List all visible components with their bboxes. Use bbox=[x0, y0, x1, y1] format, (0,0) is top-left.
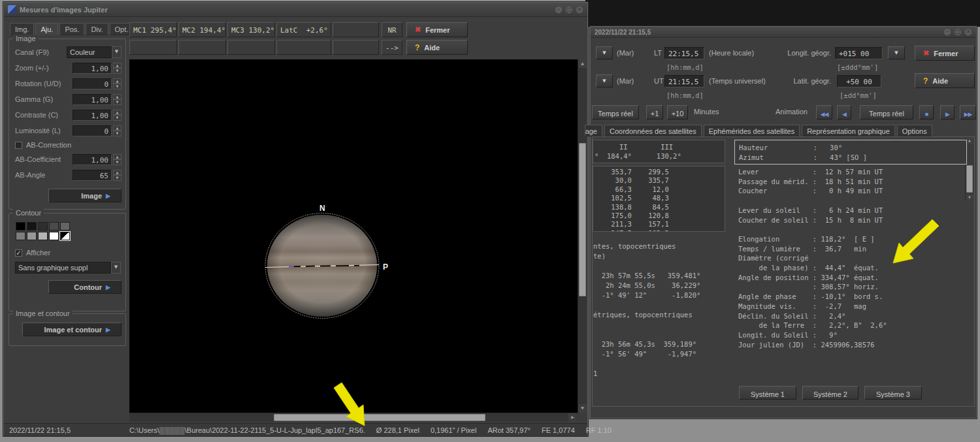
tab-pos[interactable]: Pos. bbox=[59, 23, 84, 35]
contour-color-swatch[interactable] bbox=[49, 222, 59, 230]
contour-color-swatch[interactable] bbox=[38, 222, 48, 230]
tab-representation-graphique[interactable]: Représentation graphique bbox=[802, 125, 895, 136]
rewind-icon[interactable]: ◀◀ bbox=[816, 105, 832, 119]
aide-button[interactable]: ? Aide bbox=[915, 73, 975, 88]
contraste-input[interactable]: 1,00 bbox=[73, 110, 112, 121]
fermer-button[interactable]: ✖ Fermer bbox=[915, 46, 975, 61]
zoom-stepper[interactable]: ▲▼ bbox=[113, 63, 122, 74]
canal-row: Canal (F9) Couleur ▼ bbox=[9, 44, 125, 60]
stop-icon[interactable]: ■ bbox=[919, 105, 934, 119]
satellite-coordinates-text: ntes, topocentriques te) 23h 57m 55,5s 3… bbox=[593, 242, 732, 379]
graphique-dropdown[interactable]: Sans graphique suppl ▼ bbox=[15, 262, 121, 274]
vertical-scrollbar[interactable]: ▲ ▼ bbox=[578, 59, 587, 413]
tab-aju[interactable]: Aju. bbox=[35, 23, 58, 35]
maximize-icon[interactable]: □ bbox=[954, 28, 962, 36]
plus-ten-button[interactable]: +10 bbox=[667, 105, 688, 119]
tab-coordonnees-satellites[interactable]: Coordonnées des satellites bbox=[604, 125, 702, 136]
ab-correction-checkbox[interactable] bbox=[15, 142, 22, 149]
ab-coefficient-stepper[interactable]: ▲▼ bbox=[113, 154, 122, 165]
tab-image[interactable]: mage bbox=[585, 125, 602, 136]
zoom-input[interactable]: 1,00 bbox=[73, 63, 112, 74]
contour-color-swatch[interactable] bbox=[38, 232, 48, 240]
contraste-stepper[interactable]: ▲▼ bbox=[113, 110, 122, 121]
contour-button[interactable]: Contour ▶ bbox=[48, 280, 122, 294]
ab-angle-label: AB-Angle bbox=[15, 171, 73, 179]
horizontal-scrollbar[interactable]: ▶ bbox=[129, 413, 578, 422]
ab-coefficient-row: AB-Coefficient 1,00 ▲▼ bbox=[9, 151, 125, 167]
lt-input[interactable]: 22:15,5 bbox=[664, 47, 704, 59]
graphique-dropdown-value[interactable]: Sans graphique suppl bbox=[15, 262, 111, 274]
minimize-icon[interactable]: – bbox=[943, 28, 951, 36]
ut-input[interactable]: 21:15,5 bbox=[664, 75, 704, 87]
rotation-stepper[interactable]: ▲▼ bbox=[113, 78, 122, 89]
mc3-cell: MC3 130,2° bbox=[227, 22, 275, 37]
chevron-down-icon[interactable]: ▼ bbox=[112, 46, 122, 58]
latitude-label: Latit. géogr. bbox=[774, 77, 831, 85]
ab-angle-stepper[interactable]: ▲▼ bbox=[113, 170, 122, 181]
longitude-dropdown-button[interactable]: ▼ bbox=[888, 46, 905, 59]
tab-img[interactable]: Img. bbox=[10, 23, 34, 35]
play-icon[interactable]: ▶ bbox=[940, 105, 955, 119]
afficher-checkbox[interactable]: ✓ bbox=[15, 249, 22, 257]
close-icon[interactable]: × bbox=[964, 28, 972, 36]
rotation-input[interactable]: 0 bbox=[73, 78, 112, 89]
scroll-right-icon[interactable]: ▶ bbox=[568, 413, 577, 422]
gamma-stepper[interactable]: ▲▼ bbox=[113, 94, 122, 105]
temps-reel-button[interactable]: Temps réel bbox=[592, 105, 639, 119]
contour-color-swatch[interactable] bbox=[27, 222, 37, 230]
tab-div[interactable]: Div. bbox=[86, 23, 108, 35]
longitude-input[interactable]: +015 00 bbox=[835, 47, 883, 59]
contour-color-swatch[interactable] bbox=[27, 232, 37, 240]
horizontal-scrollbar-thumb[interactable] bbox=[274, 414, 485, 421]
tab-ephemerides-satellites[interactable]: Ephémérides des satellites bbox=[704, 125, 800, 136]
temps-reel-animation-button[interactable]: Temps réel bbox=[860, 105, 913, 119]
luminosite-stepper[interactable]: ▲▼ bbox=[113, 125, 122, 136]
canal-dropdown[interactable]: Couleur ▼ bbox=[67, 46, 122, 58]
contour-color-swatch[interactable] bbox=[16, 232, 25, 240]
maximize-icon[interactable]: □ bbox=[565, 6, 573, 14]
fast-forward-icon[interactable]: ▶▶ bbox=[960, 105, 976, 119]
date-dropdown-button[interactable]: ▼ bbox=[596, 74, 613, 87]
date-dropdown-button[interactable]: ▼ bbox=[596, 46, 613, 59]
image-canvas[interactable]: N P bbox=[129, 59, 578, 413]
empty-cell bbox=[333, 22, 379, 37]
minimize-icon[interactable]: – bbox=[555, 6, 563, 14]
left-titlebar[interactable]: Mesures d'images Jupiter – □ × bbox=[4, 3, 587, 17]
fermer-button[interactable]: ✖ Fermer bbox=[406, 22, 468, 37]
close-icon[interactable]: × bbox=[576, 6, 583, 14]
canal-value[interactable]: Couleur bbox=[67, 46, 112, 58]
tab-options[interactable]: Options bbox=[897, 125, 932, 136]
ab-angle-input[interactable]: 65 bbox=[73, 170, 112, 181]
scroll-up-icon[interactable]: ▲ bbox=[578, 59, 587, 68]
latitude-input[interactable]: +50 00 bbox=[837, 75, 881, 87]
fermer-label: Fermer bbox=[425, 26, 449, 34]
contour-color-swatch[interactable] bbox=[16, 222, 25, 230]
contraste-label: Contraste (C) bbox=[15, 111, 73, 119]
right-titlebar[interactable]: 2022/11/22 21:15,5 – □ × bbox=[591, 27, 976, 38]
luminosite-input[interactable]: 0 bbox=[73, 125, 112, 136]
step-back-icon[interactable]: ◀ bbox=[837, 105, 851, 119]
vertical-scrollbar-thumb[interactable] bbox=[579, 143, 586, 296]
contour-color-swatch[interactable] bbox=[60, 232, 70, 240]
aide-button[interactable]: ? Aide bbox=[406, 40, 468, 55]
close-x-icon: ✖ bbox=[415, 25, 421, 34]
image-button[interactable]: Image ▶ bbox=[48, 189, 122, 202]
longitude-label: Longit. géogr. bbox=[774, 49, 831, 57]
contour-color-swatch[interactable] bbox=[60, 222, 70, 230]
nr-button[interactable]: NR bbox=[382, 22, 402, 37]
ab-coefficient-input[interactable]: 1,00 bbox=[73, 154, 112, 165]
gamma-input[interactable]: 1,00 bbox=[73, 94, 112, 105]
status-fe: FE 1,0774 bbox=[542, 426, 575, 434]
image-contour-button[interactable]: Image et contour ▶ bbox=[22, 323, 122, 336]
contour-color-swatch[interactable] bbox=[49, 232, 59, 240]
systeme-1-button[interactable]: Système 1 bbox=[739, 386, 796, 400]
plus-one-button[interactable]: +1 bbox=[646, 105, 663, 119]
chevron-down-icon[interactable]: ▼ bbox=[111, 262, 121, 274]
central-meridian-header: II III ° 184,4° 130,2° bbox=[593, 140, 725, 163]
scroll-down-icon[interactable]: ▼ bbox=[578, 404, 587, 413]
apply-arrow-button[interactable]: --> bbox=[382, 40, 402, 55]
central-meridian-list[interactable]: 353,7 299,5 30,0 335,7 66,3 12,0 102,5 4… bbox=[593, 166, 725, 232]
ab-coefficient-label: AB-Coefficient bbox=[15, 155, 73, 163]
systeme-3-button[interactable]: Système 3 bbox=[864, 386, 922, 400]
systeme-2-button[interactable]: Système 2 bbox=[802, 386, 858, 400]
